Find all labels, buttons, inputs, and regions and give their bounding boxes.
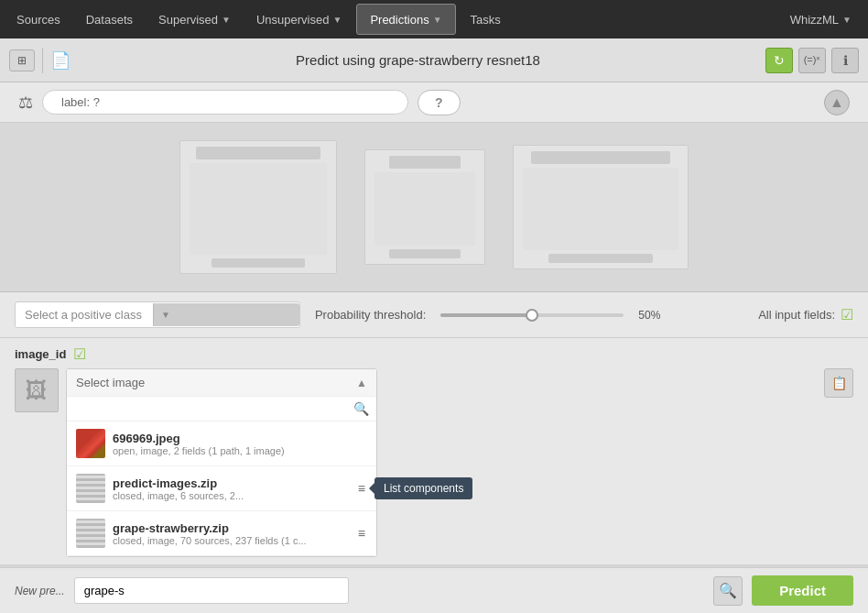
- up-arrow-icon: ▲: [830, 94, 844, 111]
- field-check-icon[interactable]: ☑: [73, 345, 86, 363]
- nav-supervised-label: Supervised: [158, 13, 218, 27]
- new-prediction-input[interactable]: [74, 577, 349, 604]
- item-info-2: grape-strawberry.zip closed, image, 70 s…: [113, 521, 349, 546]
- bottom-row: New pre... 🔍 Predict: [0, 567, 868, 613]
- item-meta-2: closed, image, 70 sources, 237 fields (1…: [113, 535, 349, 546]
- dropdown-item-0[interactable]: 696969.jpeg open, image, 2 fields (1 pat…: [67, 421, 376, 466]
- item-name-0: 696969.jpeg: [113, 432, 367, 445]
- item-info-0: 696969.jpeg open, image, 2 fields (1 pat…: [113, 432, 367, 456]
- image-card-footer-1: [212, 258, 305, 268]
- image-card-label-2: [389, 156, 461, 169]
- search-box[interactable]: 🔍: [67, 397, 376, 421]
- image-card-3: [513, 145, 689, 269]
- question-text: ?: [435, 95, 443, 110]
- image-placeholder-icon: 🖼: [26, 378, 48, 403]
- nav-sources-label: Sources: [16, 13, 60, 27]
- list-components-tooltip: List components: [374, 477, 472, 499]
- unsupervised-caret-icon: ▼: [332, 15, 342, 25]
- formula-button[interactable]: (=)ˣ: [798, 48, 826, 73]
- image-card-1: [179, 140, 337, 274]
- dropdown-items-list: 696969.jpeg open, image, 2 fields (1 pat…: [67, 421, 376, 556]
- image-card-label-3: [531, 151, 670, 164]
- new-prediction-label: New pre...: [15, 585, 65, 597]
- field-copy-button[interactable]: 📋: [824, 368, 853, 398]
- select-image-dropdown[interactable]: Select image ▲ 🔍 696969.jpeg o: [66, 368, 377, 557]
- probability-label: Probability threshold:: [315, 308, 426, 322]
- formula-icon: (=)ˣ: [804, 54, 821, 66]
- list-components-tooltip-container: ≡ List components: [356, 479, 367, 498]
- list-components-button-2[interactable]: ≡: [356, 524, 367, 542]
- label-text: label: ?: [61, 95, 100, 109]
- predictions-caret-icon: ▼: [433, 15, 442, 25]
- image-card-2: [364, 149, 485, 265]
- refresh-button[interactable]: ↻: [765, 48, 793, 73]
- item-thumb-2: [76, 519, 105, 548]
- probability-slider[interactable]: [440, 313, 624, 317]
- nav-tasks-label: Tasks: [471, 13, 501, 27]
- item-name-2: grape-strawberry.zip: [113, 521, 349, 535]
- doc-icon-container: 📄: [50, 50, 71, 71]
- image-card-body-3: [523, 168, 678, 250]
- main-toolbar: ⊞ 📄 Predict using grape-strawberry resne…: [0, 38, 868, 82]
- item-meta-0: open, image, 2 fields (1 path, 1 image): [113, 445, 367, 456]
- search-icon: 🔍: [353, 401, 369, 416]
- document-icon: 📄: [50, 50, 71, 71]
- all-fields-check-icon[interactable]: ☑: [841, 306, 853, 323]
- label-pill: label: ?: [42, 90, 408, 115]
- top-navigation: Sources Datasets Supervised ▼ Unsupervis…: [0, 0, 868, 38]
- label-row: ⚖ label: ? ? ▲: [0, 82, 868, 123]
- collapse-button[interactable]: ▲: [824, 90, 850, 115]
- select-image-label: Select image: [76, 376, 145, 389]
- tree-icon: ⊞: [17, 54, 27, 67]
- field-label-row: image_id ☑: [15, 345, 853, 363]
- nav-predictions[interactable]: Predictions ▼: [356, 4, 455, 35]
- tree-view-button[interactable]: ⊞: [9, 49, 35, 71]
- predict-button[interactable]: Predict: [752, 575, 853, 606]
- info-icon: ℹ: [843, 53, 848, 68]
- nav-datasets[interactable]: Datasets: [73, 0, 146, 38]
- field-name-label: image_id: [15, 347, 66, 361]
- copy-icon: 📋: [831, 376, 847, 390]
- select-image-header[interactable]: Select image ▲: [67, 369, 376, 397]
- image-thumbnail: 🖼: [15, 368, 59, 412]
- toolbar-right-buttons: ↻ (=)ˣ ℹ: [765, 48, 859, 73]
- nav-whizzml-label: WhizzML: [790, 13, 839, 27]
- dropdown-item-1[interactable]: predict-images.zip closed, image, 6 sour…: [67, 466, 376, 511]
- item-thumb-0: [76, 429, 105, 458]
- search-input[interactable]: [74, 402, 353, 416]
- item-thumb-1: [76, 474, 105, 503]
- question-button[interactable]: ?: [418, 90, 461, 115]
- image-card-footer-3: [548, 254, 653, 263]
- tooltip-text: List components: [384, 482, 463, 495]
- item-name-1: predict-images.zip: [113, 476, 349, 490]
- image-card-footer-2: [389, 249, 461, 258]
- positive-class-selector[interactable]: Select a positive class ▼: [15, 301, 300, 328]
- whizzml-caret-icon: ▼: [842, 15, 852, 25]
- positive-class-label: Select a positive class: [25, 308, 142, 322]
- nav-supervised[interactable]: Supervised ▼: [146, 0, 244, 38]
- image-card-body-2: [374, 172, 475, 246]
- zoom-icon: 🔍: [719, 582, 737, 599]
- image-preview-area: [0, 123, 868, 292]
- dropdown-item-2[interactable]: grape-strawberry.zip closed, image, 70 s…: [67, 511, 376, 556]
- nav-tasks[interactable]: Tasks: [458, 0, 514, 38]
- zoom-button[interactable]: 🔍: [713, 576, 743, 606]
- item-info-1: predict-images.zip closed, image, 6 sour…: [113, 476, 349, 501]
- probability-value: 50%: [638, 309, 660, 322]
- supervised-caret-icon: ▼: [222, 15, 231, 25]
- positive-class-caret[interactable]: ▼: [153, 303, 299, 326]
- field-input-area: 🖼 Select image ▲ 🔍: [15, 368, 853, 557]
- divider: [42, 48, 43, 73]
- scale-icon: ⚖: [18, 93, 33, 113]
- info-button[interactable]: ℹ: [831, 48, 859, 73]
- nav-sources[interactable]: Sources: [4, 0, 73, 38]
- select-dropdown-arrow: ▲: [356, 377, 367, 389]
- all-input-fields-label: All input fields:: [758, 308, 835, 322]
- image-card-body-1: [190, 163, 327, 255]
- nav-unsupervised-label: Unsupervised: [256, 13, 330, 27]
- nav-unsupervised[interactable]: Unsupervised ▼: [244, 0, 354, 38]
- all-input-fields-container: All input fields: ☑: [758, 306, 853, 323]
- slider-thumb[interactable]: [526, 309, 538, 322]
- nav-whizzml[interactable]: WhizzML ▼: [777, 13, 864, 27]
- controls-row: Select a positive class ▼ Probability th…: [0, 292, 868, 338]
